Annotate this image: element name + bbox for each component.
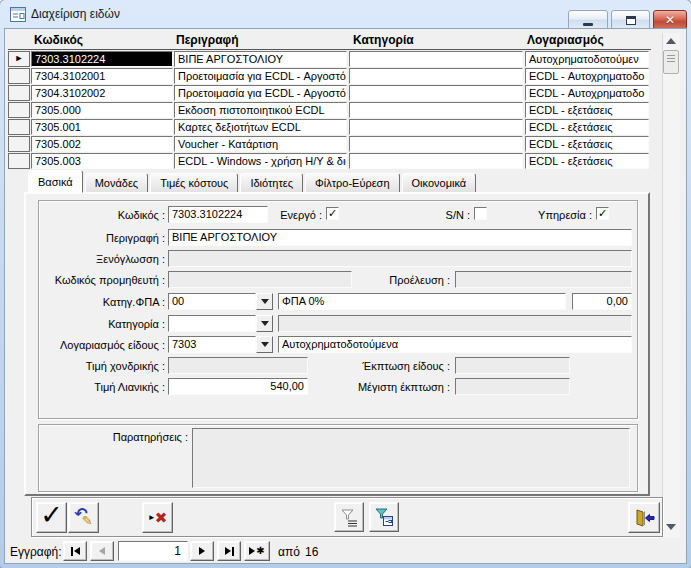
tab-idiotites[interactable]: Ιδιότητες: [240, 173, 303, 193]
chevron-down-icon: [261, 321, 269, 326]
vat-code-combo[interactable]: 00: [168, 293, 256, 310]
cell-account[interactable]: ECDL - εξετάσεις: [525, 102, 649, 118]
cell-description[interactable]: Προετοιμασία για ECDL - Αργοστόλι: [174, 68, 347, 84]
vat-description-field[interactable]: ΦΠΑ 0%: [278, 293, 566, 310]
current-record-input[interactable]: 1: [118, 541, 188, 561]
recordnav-total: 16: [305, 545, 318, 559]
wholesale-field[interactable]: [168, 357, 308, 374]
notes-field[interactable]: [192, 428, 630, 488]
record-selector[interactable]: [8, 153, 30, 169]
column-header-code: Κωδικός: [34, 33, 83, 47]
delete-record-button[interactable]: ► ✖: [142, 502, 173, 533]
cell-category[interactable]: [349, 102, 523, 118]
category-combo-button[interactable]: [256, 315, 273, 332]
exit-door-icon: [634, 508, 655, 528]
cell-account[interactable]: ECDL - εξετάσεις: [525, 119, 649, 135]
sn-checkbox[interactable]: [474, 207, 487, 220]
scroll-down-icon[interactable]: [666, 524, 676, 530]
cell-category[interactable]: [349, 85, 523, 101]
tab-times-kostous[interactable]: Τιμές κόστους: [150, 173, 238, 193]
next-record-icon: [199, 547, 205, 555]
cell-code[interactable]: 7305.003: [31, 153, 173, 169]
tab-oikonomika[interactable]: Οικονομικά: [402, 173, 477, 193]
last-record-button[interactable]: [217, 541, 241, 561]
cell-category[interactable]: [349, 68, 523, 84]
vat-combo-button[interactable]: [256, 293, 273, 310]
recordnav-label: Εγγραφή:: [10, 545, 62, 559]
first-record-button[interactable]: [63, 541, 87, 561]
cell-category[interactable]: [349, 136, 523, 152]
cell-account[interactable]: ECDL - εξετάσεις: [525, 136, 649, 152]
minimize-button[interactable]: [568, 10, 608, 30]
service-checkbox[interactable]: ✓: [596, 207, 609, 220]
undo-edit-button[interactable]: ↶ ✎: [68, 502, 99, 533]
account-description-field[interactable]: Αυτοχρηματοδοτούμενα: [278, 336, 632, 353]
confirm-button[interactable]: ✓: [36, 502, 67, 533]
record-selector[interactable]: [8, 85, 30, 101]
cell-description[interactable]: Καρτες δεξιοτήτων ECDL: [174, 119, 347, 135]
foreign-field[interactable]: [168, 250, 632, 267]
header-separator: [8, 49, 651, 50]
cell-account[interactable]: Αυτοχρηματοδοτούμεν: [525, 51, 649, 67]
cell-code[interactable]: 7305.000: [31, 102, 173, 118]
form-icon: [10, 7, 26, 22]
cell-code[interactable]: 7303.3102224: [31, 51, 173, 67]
record-selector[interactable]: ►: [8, 51, 30, 67]
minimize-icon: [583, 23, 593, 26]
cell-account[interactable]: ECDL - εξετάσεις: [525, 153, 649, 169]
account-combo[interactable]: 7303: [168, 336, 256, 353]
record-selector[interactable]: [8, 102, 30, 118]
max-discount-field[interactable]: [455, 378, 570, 395]
category-description-field[interactable]: [278, 315, 632, 332]
record-selector[interactable]: [8, 68, 30, 84]
cell-category[interactable]: [349, 153, 523, 169]
cell-description[interactable]: Εκδοση πιστοποιητικού ECDL: [174, 102, 347, 118]
vertical-scrollbar[interactable]: [662, 33, 680, 538]
new-record-button[interactable]: ✱: [244, 541, 270, 561]
filter-by-form-button[interactable]: [369, 502, 399, 532]
cell-description[interactable]: Voucher - Κατάρτιση: [174, 136, 347, 152]
cell-category[interactable]: [349, 51, 523, 67]
exit-button[interactable]: [628, 502, 660, 533]
filter-icon: [340, 508, 359, 527]
cell-code[interactable]: 7304.3102001: [31, 68, 173, 84]
record-selector[interactable]: [8, 119, 30, 135]
cell-account[interactable]: ECDL - Αυτοχρηματοδο: [525, 68, 649, 84]
active-checkbox[interactable]: ✓: [326, 207, 339, 220]
scrollbar-thumb[interactable]: [663, 50, 679, 74]
vat-label: Κατηγ.ΦΠΑ :: [20, 296, 165, 308]
window-title: Διαχείριση ειδών: [31, 7, 120, 21]
supplier-code-field[interactable]: [168, 271, 352, 288]
origin-label: Προέλευση :: [355, 274, 450, 286]
previous-record-button[interactable]: [90, 541, 114, 561]
close-button[interactable]: ✕: [653, 10, 687, 30]
cell-category[interactable]: [349, 119, 523, 135]
cell-description[interactable]: ECDL - Windows - χρήση Η/Υ & διαχείρισ: [174, 153, 347, 169]
title-bar[interactable]: Διαχείριση ειδών ✕: [0, 0, 691, 28]
tab-filtro-euresi[interactable]: Φίλτρο-Εύρεση: [305, 173, 400, 193]
scroll-up-icon[interactable]: [666, 38, 676, 44]
vat-amount-field[interactable]: 0,00: [572, 293, 632, 310]
cell-account[interactable]: ECDL - Αυτοχρηματοδο: [525, 85, 649, 101]
cell-code[interactable]: 7305.001: [31, 119, 173, 135]
filter-button[interactable]: [334, 502, 364, 532]
category-combo[interactable]: [168, 315, 256, 332]
cell-code[interactable]: 7305.002: [31, 136, 173, 152]
account-combo-button[interactable]: [256, 336, 273, 353]
description-field[interactable]: ΒΙΠΕ ΑΡΓΟΣΤΟΛΙΟΥ: [168, 229, 632, 246]
filter-form-icon: [375, 508, 394, 527]
cell-code[interactable]: 7304.3102002: [31, 85, 173, 101]
origin-field[interactable]: [455, 271, 632, 288]
record-selector[interactable]: [8, 136, 30, 152]
tab-basika[interactable]: Βασικά: [28, 170, 83, 193]
cell-description[interactable]: Προετοιμασία για ECDL - Αργοστόλι: [174, 85, 347, 101]
recordnav-of-label: από: [278, 545, 300, 559]
item-discount-label: Έκπτωση είδους :: [345, 360, 450, 372]
tab-monades[interactable]: Μονάδες: [85, 173, 148, 193]
checkmark-icon: ✓: [40, 502, 63, 529]
cell-description[interactable]: ΒΙΠΕ ΑΡΓΟΣΤΟΛΙΟΥ: [174, 51, 347, 67]
retail-field[interactable]: 540,00: [168, 378, 308, 395]
next-record-button[interactable]: [190, 541, 214, 561]
item-discount-field[interactable]: [455, 357, 570, 374]
maximize-button[interactable]: [611, 10, 650, 30]
